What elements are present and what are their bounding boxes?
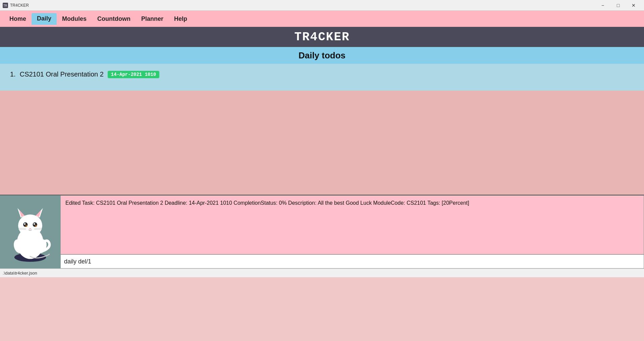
svg-point-4	[18, 214, 42, 237]
command-input-area[interactable]	[60, 254, 644, 269]
output-text-box: Edited Task: CS2101 Oral Presentation 2 …	[60, 195, 644, 254]
svg-point-14	[35, 225, 37, 227]
title-bar-left: TR TR4CKER	[3, 3, 29, 8]
output-text: Edited Task: CS2101 Oral Presentation 2 …	[65, 200, 469, 206]
todo-number: 1.	[10, 70, 16, 78]
title-bar-app-name: TR4CKER	[10, 3, 29, 8]
app-header: TR4CKER	[0, 27, 644, 47]
output-area: Edited Task: CS2101 Oral Presentation 2 …	[60, 195, 644, 269]
title-bar: TR TR4CKER − □ ✕	[0, 0, 644, 11]
maximize-button[interactable]: □	[610, 0, 626, 11]
main-content-area	[0, 91, 644, 195]
section-title: Daily todos	[299, 50, 345, 61]
nav-item-countdown[interactable]: Countdown	[92, 13, 136, 25]
app-icon: TR	[3, 3, 8, 8]
nav-item-daily[interactable]: Daily	[32, 13, 57, 25]
nav-bar: Home Daily Modules Countdown Planner Hel…	[0, 11, 644, 27]
close-button[interactable]: ✕	[626, 0, 641, 11]
nav-item-help[interactable]: Help	[169, 13, 193, 25]
status-bar: .\data\tr4cker.json	[0, 269, 644, 277]
section-header: Daily todos	[0, 47, 644, 64]
mascot-area	[0, 195, 60, 269]
svg-point-11	[24, 223, 26, 225]
nav-item-home[interactable]: Home	[4, 13, 32, 25]
bottom-section: Edited Task: CS2101 Oral Presentation 2 …	[0, 195, 644, 269]
todo-text: CS2101 Oral Presentation 2	[20, 70, 104, 78]
minimize-button[interactable]: −	[595, 0, 610, 11]
todo-deadline-badge: 14-Apr-2021 1010	[108, 71, 159, 78]
nav-item-planner[interactable]: Planner	[136, 13, 169, 25]
command-input[interactable]	[64, 258, 640, 265]
svg-point-15	[29, 228, 31, 230]
status-path: .\data\tr4cker.json	[3, 271, 37, 276]
svg-point-13	[25, 225, 28, 227]
todo-area: 1. CS2101 Oral Presentation 2 14-Apr-202…	[0, 64, 644, 91]
app-title: TR4CKER	[294, 30, 350, 44]
nav-item-modules[interactable]: Modules	[57, 13, 92, 25]
todo-item: 1. CS2101 Oral Presentation 2 14-Apr-202…	[10, 70, 634, 78]
cat-mascot	[5, 202, 55, 262]
svg-point-12	[34, 223, 35, 225]
title-bar-controls: − □ ✕	[595, 0, 641, 11]
svg-text:TR: TR	[3, 4, 7, 7]
